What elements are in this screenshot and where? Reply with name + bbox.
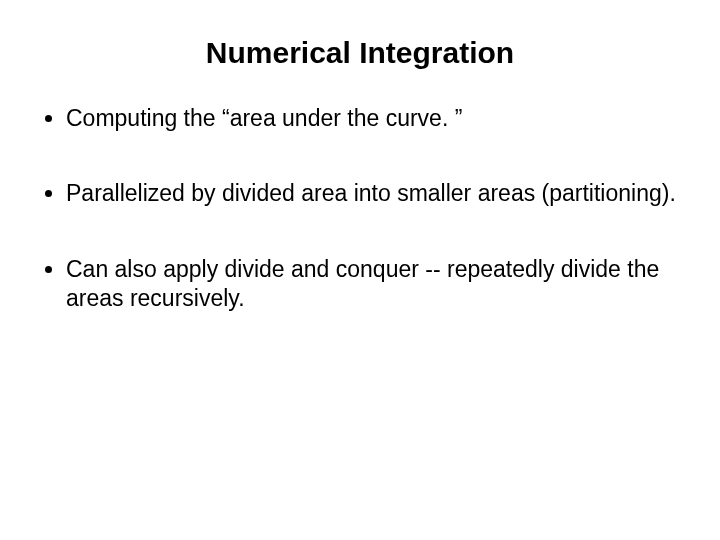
slide-title: Numerical Integration	[36, 36, 684, 70]
list-item: Computing the “area under the curve. ”	[66, 104, 684, 133]
list-item: Parallelized by divided area into smalle…	[66, 179, 684, 208]
slide: Numerical Integration Computing the “are…	[0, 0, 720, 540]
list-item: Can also apply divide and conquer -- rep…	[66, 255, 684, 314]
bullet-list: Computing the “area under the curve. ” P…	[36, 104, 684, 314]
